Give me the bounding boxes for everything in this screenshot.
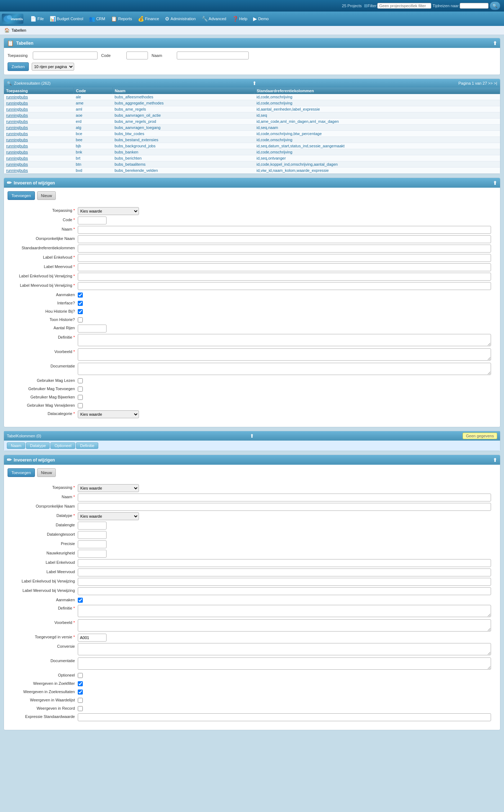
value-naam-2 [78,494,491,501]
value-nauwkeurigheid-2 [78,550,491,558]
weergeven-record-checkbox-2[interactable] [78,706,83,711]
cell-toepassing[interactable]: runningbubs [4,131,74,137]
toepassing-select-1[interactable]: Kies waarde [78,207,139,215]
cell-toepassing[interactable]: runningbubs [4,155,74,161]
search-button[interactable]: Zoeken [8,62,29,71]
app-search-input[interactable] [33,52,98,59]
code-search-input[interactable] [126,52,148,59]
gebruiker-lezen-checkbox-1[interactable] [78,378,83,383]
cell-cols: id,code,koppel_ind,omschrijving,aantal_d… [255,161,500,168]
voorbeeld-textarea-1[interactable] [78,348,491,361]
add-button-2[interactable]: Toevoegen [8,468,35,477]
orig-naam-input-2[interactable] [78,503,491,511]
label-meervoud-input-1[interactable] [78,263,491,271]
nav-item-reports[interactable]: 📋 Reports [108,15,135,23]
gebruiker-verwijderen-checkbox-1[interactable] [78,403,83,408]
nav-item-advanced[interactable]: 🔧 Advanced [199,15,229,23]
cell-toepassing[interactable]: runningbubs [4,143,74,149]
nav-item-demo[interactable]: ▶ Demo [251,15,271,23]
new-button-2[interactable]: Nieuw [37,468,56,477]
nauwkeurigheid-input-2[interactable] [78,550,107,558]
tab-naam[interactable]: Naam [7,442,25,449]
cell-toepassing[interactable]: runningbubs [4,168,74,174]
code-input-1[interactable] [78,217,107,224]
name-search-input[interactable] [177,52,249,59]
label-enkelvoud-verw-input-1[interactable] [78,273,491,281]
cell-naam: bubs_aanvragen_toegang [112,125,254,131]
documentatie-textarea-1[interactable] [78,363,491,375]
new-button-1[interactable]: Nieuw [37,191,56,200]
tab-datatype[interactable]: Datatype [26,442,50,449]
nav-item-help[interactable]: ❓ Help [230,15,250,23]
edit-icon-2: ✏ [7,456,12,463]
add-button-1[interactable]: Toevoegen [8,191,35,200]
label-enkelvoud-input-2[interactable] [78,559,491,567]
hou-historie-checkbox-1[interactable] [78,309,83,314]
filter-input[interactable] [377,3,431,9]
time-input[interactable] [460,3,489,9]
aanmaken-checkbox-1[interactable] [78,293,83,298]
nav-item-budget[interactable]: 📊 Budget Control [47,15,86,23]
weergeven-zoekfilter-checkbox-2[interactable] [78,681,83,686]
value-label-enkelvoud-verw-1 [78,273,491,281]
cell-toepassing[interactable]: runningbubs [4,119,74,125]
conversie-textarea-2[interactable] [78,643,491,655]
definitie-textarea-1[interactable] [78,334,491,346]
cell-toepassing[interactable]: runningbubs [4,161,74,168]
tab-definitie[interactable]: Definitie [76,442,98,449]
documentatie-textarea-2[interactable] [78,657,491,670]
nav-item-finance[interactable]: 💰 Finance [135,15,162,23]
aanmaken-checkbox-2[interactable] [78,598,83,603]
table-row: runningbubs brt bubs_berichten id,seq,on… [4,155,500,161]
weergeven-waardelijst-checkbox-2[interactable] [78,698,83,703]
label-enkelvoud-input-1[interactable] [78,254,491,262]
nav-item-file[interactable]: 📄 File [28,15,46,23]
enter-modify-collapse-2[interactable]: ⬆ [493,457,497,463]
enter-modify-collapse-1[interactable]: ⬆ [493,180,497,186]
cell-toepassing[interactable]: runningbubs [4,106,74,112]
label-meervoud-input-2[interactable] [78,568,491,576]
cell-toepassing[interactable]: runningbubs [4,94,74,100]
gebruiker-bijwerken-checkbox-1[interactable] [78,395,83,400]
cell-toepassing[interactable]: runningbubs [4,137,74,143]
toon-historie-checkbox-1[interactable] [78,317,83,322]
expressie-standaard-input-2[interactable] [78,713,491,721]
naam-input-1[interactable] [78,226,491,234]
voorbeeld-textarea-2[interactable] [78,619,491,632]
label-meervoud-verw-input-1[interactable] [78,282,491,290]
cell-toepassing[interactable]: runningbubs [4,125,74,131]
optioneel-checkbox-2[interactable] [78,673,83,678]
tab-optioneel[interactable]: Optioneel [50,442,75,449]
tabel-kolommen-collapse[interactable]: ⬆ [250,433,254,439]
cell-toepassing[interactable]: runningbubs [4,100,74,106]
enter-modify-btn-row-2: Toevoegen Nieuw [8,468,496,477]
value-datalengte-2 [78,522,491,530]
naam-input-2[interactable] [78,494,491,501]
nav-item-crm[interactable]: 👥 CRM [86,15,108,23]
definitie-textarea-2[interactable] [78,605,491,617]
precisie-input-2[interactable] [78,540,107,548]
panel-collapse-btn[interactable]: ⬆ [493,40,497,46]
results-collapse-btn[interactable]: ⬆ [252,80,257,86]
aantal-rijen-input-1[interactable] [78,325,107,333]
nav-item-admin[interactable]: ⚙ Administration [162,15,198,23]
top-search-button[interactable]: 🔍 [490,1,500,10]
search-form-body: Toepassing Code Naam Zoeken 10 rijen per… [4,48,500,75]
toepassing-select-2[interactable]: Kies waarde [78,484,139,492]
toegevoegd-input-2[interactable] [78,634,107,642]
datatype-select-2[interactable]: Kies waarde [78,512,139,520]
datalengte-input-2[interactable] [78,522,107,530]
dalengtesoort-input-2[interactable] [78,531,107,539]
rows-per-page-select[interactable]: 10 rijen per pagina 25 rijen per pagina … [32,63,74,71]
home-icon[interactable]: 🏠 [4,28,10,33]
cell-toepassing[interactable]: runningbubs [4,112,74,119]
label-enkelvoud-verw-input-2[interactable] [78,578,491,586]
gebruiker-toevoegen-checkbox-1[interactable] [78,387,83,392]
datacategorie-select-1[interactable]: Kies waarde [78,410,139,418]
weergeven-zoekresultaten-checkbox-2[interactable] [78,690,83,695]
orig-naam-input-1[interactable] [78,235,491,243]
label-meervoud-verw-input-2[interactable] [78,587,491,595]
cell-toepassing[interactable]: runningbubs [4,149,74,155]
std-ref-input-1[interactable] [78,245,491,253]
interface-checkbox-1[interactable] [78,301,83,306]
